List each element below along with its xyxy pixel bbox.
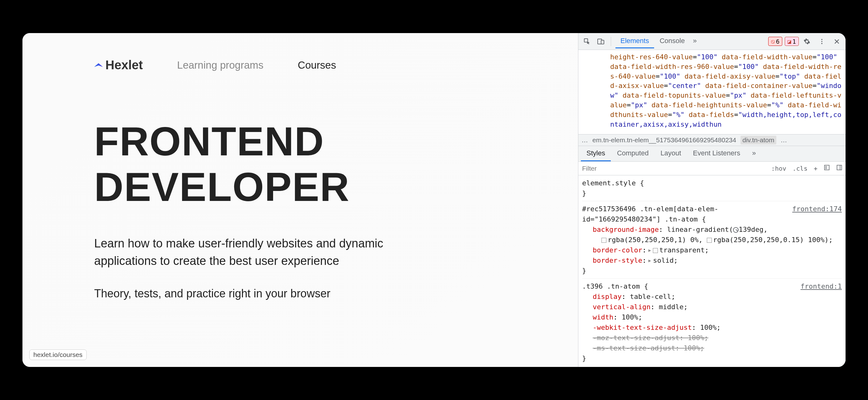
struck-prop: -ms-text-size-adjust: 100%;: [582, 343, 842, 353]
device-toggle-icon[interactable]: [595, 36, 607, 47]
tabs-more-icon[interactable]: »: [690, 34, 699, 48]
tab-console[interactable]: Console: [655, 34, 690, 48]
css-val: linear-gradient(139deg,: [667, 226, 768, 233]
angle-icon[interactable]: [733, 227, 739, 233]
filter-input[interactable]: [578, 162, 768, 175]
css-val: transparent;: [659, 246, 709, 254]
crumb-selected[interactable]: div.tn-atom: [741, 136, 776, 144]
style-rule[interactable]: frontend:174 #rec517536496 .tn-elem[data…: [582, 204, 842, 279]
logo[interactable]: Hexlet: [94, 58, 143, 72]
crumb-1[interactable]: em.tn-elem.tn-elem__51753649616692954802…: [592, 136, 736, 144]
style-rule[interactable]: element.style { }: [582, 178, 842, 201]
issue-badge[interactable]: ◪ 1: [785, 37, 799, 46]
crumb-dots[interactable]: …: [582, 136, 588, 144]
cls-toggle[interactable]: .cls: [789, 163, 811, 174]
color-swatch-icon[interactable]: [653, 248, 658, 253]
nav-courses[interactable]: Courses: [298, 59, 336, 71]
error-badges: ⦸ 6 ◪ 1: [768, 37, 799, 46]
issue-icon: ◪: [787, 38, 791, 45]
panel-tab-computed[interactable]: Computed: [611, 146, 654, 161]
css-prop: display: [593, 293, 622, 301]
hero-title-line1: FRONTEND: [94, 119, 324, 164]
page-content: Hexlet Learning programs Courses FRONTEN…: [23, 33, 578, 367]
css-prop: background-image: [593, 226, 659, 233]
struck-prop: -moz-text-size-adjust: 100%;: [582, 333, 842, 343]
hov-toggle[interactable]: :hov: [768, 163, 789, 174]
style-rule[interactable]: frontend:1 .t396 .tn-atom { display: tab…: [582, 281, 842, 366]
devtools-top-bar: Elements Console » ⦸ 6 ◪ 1: [578, 33, 845, 50]
hero-title-line2: DEVELOPER: [94, 164, 350, 210]
selector-text: element.style {: [582, 178, 842, 188]
issue-count: 1: [793, 38, 796, 45]
css-val: table-cell;: [630, 293, 675, 301]
css-val: solid;: [653, 256, 678, 264]
hero-subtitle: Learn how to make user-friendly websites…: [94, 235, 437, 269]
main-nav: Hexlet Learning programs Courses: [94, 58, 506, 72]
css-prop: border-color: [593, 246, 642, 254]
tab-elements[interactable]: Elements: [616, 34, 654, 48]
computed-sidebar-icon[interactable]: [820, 163, 833, 174]
color-swatch-icon[interactable]: [707, 238, 712, 243]
svg-point-3: [821, 39, 823, 40]
panel-tab-listeners[interactable]: Event Listeners: [687, 146, 746, 161]
url-tooltip: hexlet.io/courses: [29, 349, 87, 360]
close-devtools-icon[interactable]: [831, 36, 842, 47]
kebab-menu-icon[interactable]: [816, 36, 828, 47]
svg-point-4: [821, 41, 823, 42]
css-val: 100%;: [700, 323, 720, 331]
svg-rect-7: [837, 165, 842, 170]
css-prop: vertical-align: [593, 303, 650, 311]
css-val: middle;: [659, 303, 688, 311]
css-val: 100%;: [622, 313, 642, 321]
error-badge[interactable]: ⦸ 6: [768, 37, 782, 46]
devtools-right-controls: [801, 36, 842, 47]
logo-icon: [94, 63, 103, 67]
settings-icon[interactable]: [801, 36, 812, 47]
source-link[interactable]: frontend:1: [801, 281, 842, 291]
crumb-dots-2[interactable]: …: [781, 136, 787, 144]
css-prop: -webkit-text-size-adjust: [593, 323, 692, 331]
hero-description: Theory, tests, and practice right in you…: [94, 287, 506, 300]
nav-learning-programs[interactable]: Learning programs: [177, 59, 264, 71]
css-prop: border-style: [593, 256, 642, 264]
styles-panel-tabs: Styles Computed Layout Event Listeners »: [578, 146, 845, 162]
svg-rect-2: [601, 40, 604, 44]
error-count: 6: [776, 38, 779, 45]
color-swatch-icon[interactable]: [601, 238, 607, 243]
devtools-panel: Elements Console » ⦸ 6 ◪ 1 height-re: [578, 33, 845, 367]
css-prop: width: [593, 313, 613, 321]
hero-title: FRONTEND DEVELOPER: [94, 119, 506, 210]
rule-close: }: [582, 265, 842, 276]
panel-tab-styles[interactable]: Styles: [581, 146, 611, 161]
new-rule-button[interactable]: +: [811, 163, 820, 174]
panel-tab-more-icon[interactable]: »: [746, 146, 762, 161]
inspect-element-icon[interactable]: [582, 36, 593, 47]
error-icon: ⦸: [771, 38, 775, 45]
source-link[interactable]: frontend:174: [792, 204, 842, 214]
logo-text: Hexlet: [105, 58, 143, 72]
styles-pane[interactable]: element.style { } frontend:174 #rec51753…: [578, 175, 845, 367]
breadcrumb[interactable]: … em.tn-elem.tn-elem__517536496166929548…: [578, 134, 845, 146]
panel-tab-layout[interactable]: Layout: [655, 146, 686, 161]
devtools-tabs: Elements Console »: [616, 34, 699, 48]
svg-point-5: [821, 43, 823, 44]
styles-filter-bar: :hov .cls +: [578, 162, 845, 175]
separator: [611, 37, 611, 46]
browser-window: Hexlet Learning programs Courses FRONTEN…: [23, 33, 845, 367]
elements-tree[interactable]: height-res-640-value="100" data-field-wi…: [578, 50, 845, 134]
rule-close: }: [582, 188, 842, 198]
toggle-sidebar-icon[interactable]: [833, 163, 845, 174]
rule-close: }: [582, 353, 842, 364]
